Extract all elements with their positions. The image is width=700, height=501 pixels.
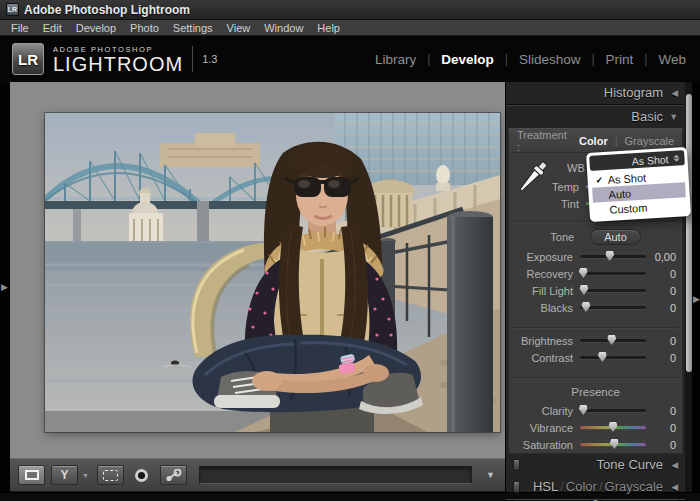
module-tab-web[interactable]: Web xyxy=(658,52,686,67)
grayscale-tab[interactable]: Grayscale xyxy=(605,479,664,494)
menu-window[interactable]: Window xyxy=(257,22,310,34)
before-after-menu-arrow[interactable]: ▼ xyxy=(82,472,89,479)
module-tab-slideshow[interactable]: Slideshow xyxy=(519,52,581,67)
slider-thumb-contrast[interactable] xyxy=(598,352,607,362)
hsl-panel-header[interactable]: HSL/Color/Grayscale ◀ xyxy=(506,476,685,498)
slider-label-clarity: Clarity xyxy=(515,405,573,417)
module-separator: | xyxy=(427,52,430,66)
white-balance-eyedropper-icon[interactable] xyxy=(513,157,549,207)
slider-track-exposure[interactable] xyxy=(580,255,646,258)
slider-row-clarity: Clarity0 xyxy=(509,402,682,419)
lightroom-window: LR Adobe Photoshop Lightroom FileEditDev… xyxy=(0,0,700,501)
before-after-icon: Y xyxy=(60,469,68,481)
tone-curve-panel-header[interactable]: Tone Curve ◀ xyxy=(506,454,685,476)
title-bar[interactable]: LR Adobe Photoshop Lightroom xyxy=(0,0,700,20)
menu-develop[interactable]: Develop xyxy=(69,22,123,34)
slider-track-saturation[interactable] xyxy=(580,443,646,446)
module-tab-library[interactable]: Library xyxy=(375,52,416,67)
slider-label-brightness: Brightness xyxy=(515,335,573,347)
spot-removal-button[interactable] xyxy=(160,465,187,485)
presence-label: Presence xyxy=(509,382,682,402)
red-eye-button[interactable] xyxy=(130,469,154,482)
slider-track-recovery[interactable] xyxy=(580,272,646,275)
menu-edit[interactable]: Edit xyxy=(36,22,69,34)
treatment-color-option[interactable]: Color xyxy=(579,135,608,147)
menu-bar: FileEditDevelopPhotoSettingsViewWindowHe… xyxy=(0,20,700,36)
left-panel-strip: ▶ xyxy=(0,82,10,492)
slider-label-blacks: Blacks xyxy=(515,302,573,314)
presence-section: Presence Clarity0Vibrance0Saturation0 xyxy=(509,382,682,453)
basic-panel-body: Treatment : Color | Grayscale xyxy=(508,128,683,454)
slider-track-fill-light[interactable] xyxy=(580,289,646,292)
develop-toolbar: Y ▼ ▼ xyxy=(10,458,505,492)
slider-track-vibrance[interactable] xyxy=(580,426,646,429)
window-title: Adobe Photoshop Lightroom xyxy=(24,3,190,17)
version-label: 1.3 xyxy=(202,53,217,65)
hsl-tab[interactable]: HSL xyxy=(533,479,558,494)
slider-value-saturation: 0 xyxy=(646,439,676,451)
slider-thumb-brightness[interactable] xyxy=(607,335,616,345)
show-left-panel-arrow[interactable]: ▶ xyxy=(1,282,8,292)
slider-row-fill-light: Fill Light0 xyxy=(509,282,682,299)
module-separator: | xyxy=(591,52,594,66)
slider-value-clarity: 0 xyxy=(646,405,676,417)
wb-menu-item-label: Auto xyxy=(608,187,631,200)
spinner-icon xyxy=(673,154,679,161)
slider-thumb-vibrance[interactable] xyxy=(609,422,618,432)
toolbar-content-strip xyxy=(199,466,472,484)
loupe-view-button[interactable] xyxy=(18,465,45,485)
slider-thumb-fill-light[interactable] xyxy=(579,285,588,295)
check-icon xyxy=(598,209,610,210)
slider-thumb-saturation[interactable] xyxy=(610,439,619,449)
slider-row-vibrance: Vibrance0 xyxy=(509,419,682,436)
slider-label-fill-light: Fill Light xyxy=(515,285,573,297)
app-icon: LR xyxy=(6,3,19,16)
slider-row-exposure: Exposure0,00 xyxy=(509,248,682,265)
check-icon: ✔ xyxy=(595,174,608,185)
slider-value-contrast: 0 xyxy=(646,352,676,364)
crop-overlay-button[interactable] xyxy=(97,465,124,485)
slider-thumb-recovery[interactable] xyxy=(579,268,588,278)
before-after-button[interactable]: Y xyxy=(51,465,78,485)
module-tab-print[interactable]: Print xyxy=(606,52,634,67)
menu-file[interactable]: File xyxy=(4,22,36,34)
slider-track-contrast[interactable] xyxy=(580,356,646,359)
panel-enable-toggle[interactable] xyxy=(513,459,520,471)
hide-right-panel-arrow[interactable]: ▶ xyxy=(693,294,700,304)
basic-panel-header[interactable]: Basic ▼ xyxy=(506,106,685,128)
slider-track-blacks[interactable] xyxy=(580,306,646,309)
module-separator: | xyxy=(505,52,508,66)
main-area: ▶ xyxy=(0,82,700,492)
menu-settings[interactable]: Settings xyxy=(166,22,220,34)
slider-thumb-clarity[interactable] xyxy=(579,405,588,415)
panel-enable-toggle[interactable] xyxy=(513,481,520,493)
histogram-panel-header[interactable]: Histogram ◀ xyxy=(506,82,685,104)
slider-label-saturation: Saturation xyxy=(515,439,573,451)
spot-removal-icon xyxy=(165,469,182,482)
menu-help[interactable]: Help xyxy=(310,22,347,34)
slider-value-blacks: 0 xyxy=(646,302,676,314)
module-tab-develop[interactable]: Develop xyxy=(441,52,494,67)
treatment-grayscale-option[interactable]: Grayscale xyxy=(625,135,675,147)
collapse-arrow-icon: ◀ xyxy=(671,454,678,476)
slider-label-exposure: Exposure xyxy=(515,251,573,263)
slider-track-clarity[interactable] xyxy=(580,409,646,412)
tone-auto-button[interactable]: Auto xyxy=(590,229,641,245)
panel-splitter: ▼ xyxy=(506,498,685,500)
module-separator: | xyxy=(644,52,647,66)
toolbar-content-chooser-icon[interactable]: ▼ xyxy=(486,470,495,480)
right-panel: Histogram ◀ Basic ▼ Treatment : Color | … xyxy=(505,82,700,492)
slider-thumb-blacks[interactable] xyxy=(581,302,590,312)
develop-content-area xyxy=(10,82,505,458)
slider-thumb-exposure[interactable] xyxy=(605,251,614,261)
slider-track-brightness[interactable] xyxy=(580,339,646,342)
panel-scrollbar[interactable] xyxy=(686,94,692,372)
slider-label-vibrance: Vibrance xyxy=(515,422,573,434)
module-header: LR ADOBE PHOTOSHOP LIGHTROOM 1.3 Library… xyxy=(0,36,700,82)
brand-separator xyxy=(192,46,193,72)
menu-view[interactable]: View xyxy=(220,22,258,34)
red-eye-icon xyxy=(135,469,148,482)
white-balance-section: WB : TempTint As Shot ✔As ShotAutoCustom xyxy=(509,153,682,215)
menu-photo[interactable]: Photo xyxy=(123,22,166,34)
color-tab[interactable]: Color xyxy=(566,479,597,494)
